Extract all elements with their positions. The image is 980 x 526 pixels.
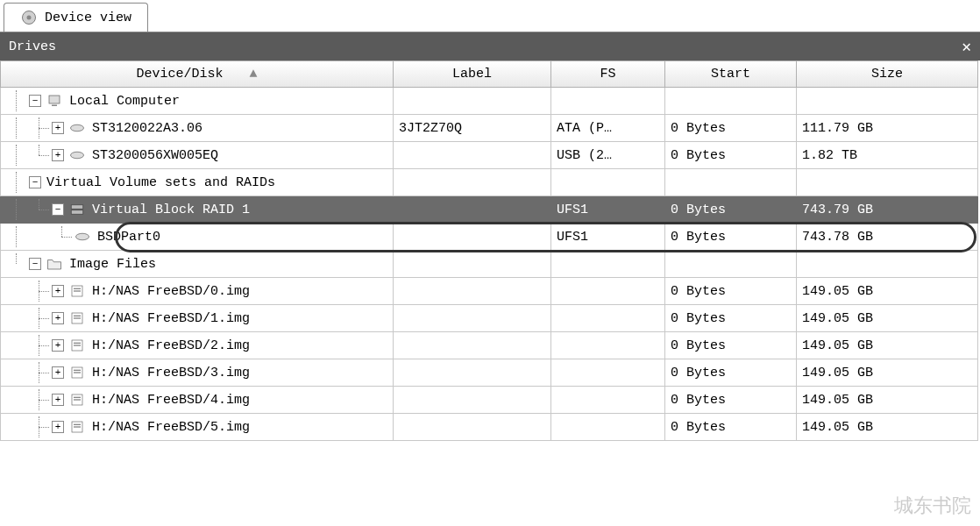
collapse-icon[interactable]: −: [52, 203, 64, 216]
expand-icon[interactable]: +: [52, 149, 64, 161]
tab-device-view[interactable]: Device view: [4, 3, 148, 32]
panel-title-bar: Drives ✕: [0, 32, 980, 60]
node-label: H:/NAS FreeBSD/5.img: [92, 420, 250, 435]
close-icon[interactable]: ✕: [962, 37, 971, 56]
svg-rect-10: [74, 288, 81, 289]
tree-node-virtual[interactable]: − Virtual Volume sets and RAIDs: [1, 169, 980, 196]
col-fs[interactable]: FS: [551, 61, 665, 88]
tree-node-imagefile[interactable]: + H:/NAS FreeBSD/2.img 0 Bytes149.05 GB: [1, 332, 980, 359]
node-label: Image Files: [69, 257, 156, 272]
node-label: Local Computer: [69, 94, 180, 109]
col-label[interactable]: Label: [394, 61, 551, 88]
image-file-icon: [69, 365, 85, 380]
svg-rect-25: [74, 424, 81, 425]
node-label: H:/NAS FreeBSD/1.img: [92, 311, 250, 326]
tab-bar: Device view: [0, 0, 980, 32]
expand-icon[interactable]: +: [52, 339, 64, 352]
expand-icon[interactable]: +: [52, 312, 64, 324]
expand-icon[interactable]: +: [52, 122, 64, 134]
raid-icon: [69, 202, 85, 217]
tree-node-imagefile[interactable]: + H:/NAS FreeBSD/0.img 0 Bytes149.05 GB: [1, 278, 980, 305]
svg-rect-16: [74, 343, 81, 344]
devices-icon: [20, 9, 38, 26]
expand-icon[interactable]: +: [52, 366, 64, 379]
svg-rect-20: [74, 372, 81, 373]
collapse-icon[interactable]: −: [29, 176, 41, 188]
disk-icon: [69, 147, 85, 163]
tree-node-local[interactable]: − Local Computer: [1, 88, 980, 115]
svg-rect-2: [49, 96, 60, 103]
node-label: H:/NAS FreeBSD/3.img: [92, 366, 250, 380]
col-device[interactable]: Device/Disk▲: [1, 61, 394, 88]
tree-node-imagefile[interactable]: + H:/NAS FreeBSD/1.img 0 Bytes149.05 GB: [1, 305, 980, 332]
collapse-icon[interactable]: −: [29, 95, 41, 107]
table-header: Device/Disk▲ Label FS Start Size: [1, 61, 980, 88]
node-label: ST3120022A3.06: [92, 121, 202, 136]
svg-rect-6: [71, 205, 83, 210]
panel-title: Drives: [9, 39, 56, 54]
tree-node-imagefile[interactable]: + H:/NAS FreeBSD/5.img 0 Bytes149.05 GB: [1, 414, 980, 441]
svg-rect-13: [74, 316, 81, 316]
tree-node-images[interactable]: − Image Files: [1, 251, 980, 278]
svg-rect-26: [74, 426, 81, 427]
drives-table: Device/Disk▲ Label FS Start Size − Local…: [0, 60, 980, 441]
computer-icon: [46, 93, 62, 109]
tree-node-disk[interactable]: + ST3120022A3.06 3JT2Z70Q ATA (P… 0 Byte…: [1, 115, 980, 142]
watermark: 城东书院: [894, 493, 971, 519]
node-label: H:/NAS FreeBSD/2.img: [92, 338, 250, 353]
node-label: H:/NAS FreeBSD/4.img: [92, 393, 250, 408]
tree-node-imagefile[interactable]: + H:/NAS FreeBSD/4.img 0 Bytes149.05 GB: [1, 387, 980, 414]
tree-node-raid[interactable]: − Virtual Block RAID 1 UFS1 0 Bytes 743.…: [1, 196, 980, 224]
expand-icon[interactable]: +: [52, 394, 64, 406]
col-size[interactable]: Size: [797, 61, 978, 88]
svg-rect-22: [74, 397, 81, 398]
svg-rect-11: [74, 290, 81, 291]
node-label: Virtual Block RAID 1: [92, 203, 250, 217]
image-file-icon: [69, 338, 85, 353]
disk-icon: [69, 120, 85, 136]
svg-rect-17: [74, 345, 81, 345]
node-label: ST3200056XW005EQ: [92, 148, 218, 163]
image-file-icon: [69, 392, 85, 408]
svg-point-4: [71, 124, 84, 132]
folder-icon: [46, 256, 62, 272]
expand-icon[interactable]: +: [52, 421, 64, 433]
svg-rect-14: [74, 317, 81, 318]
svg-point-8: [76, 233, 89, 240]
disk-icon: [75, 229, 90, 245]
image-file-icon: [69, 310, 85, 326]
svg-point-5: [71, 152, 84, 159]
sort-asc-icon: ▲: [250, 67, 258, 82]
svg-rect-3: [52, 105, 57, 107]
tree-node-partition[interactable]: BSDPart0 UFS1 0 Bytes 743.78 GB: [1, 224, 980, 251]
svg-rect-19: [74, 370, 81, 371]
expand-icon[interactable]: +: [52, 285, 64, 297]
svg-point-1: [27, 16, 32, 20]
image-file-icon: [69, 419, 85, 435]
col-start[interactable]: Start: [665, 61, 797, 88]
node-label: H:/NAS FreeBSD/0.img: [92, 284, 250, 299]
tree-node-imagefile[interactable]: + H:/NAS FreeBSD/3.img 0 Bytes149.05 GB: [1, 359, 980, 387]
svg-rect-23: [74, 399, 81, 400]
svg-rect-7: [71, 210, 83, 215]
collapse-icon[interactable]: −: [29, 258, 41, 270]
node-label: Virtual Volume sets and RAIDs: [46, 175, 275, 190]
node-label: BSDPart0: [97, 230, 160, 245]
image-file-icon: [69, 283, 85, 299]
tab-label: Device view: [45, 11, 131, 25]
tree-node-disk[interactable]: + ST3200056XW005EQ USB (2… 0 Bytes 1.82 …: [1, 142, 980, 169]
